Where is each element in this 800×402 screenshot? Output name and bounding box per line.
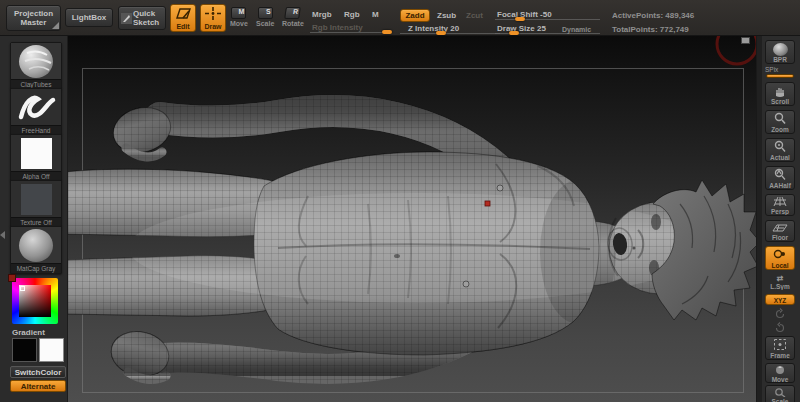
active-points-readout: ActivePoints: 489,346 <box>612 11 694 20</box>
quick-sketch-button[interactable]: Quick Sketch <box>118 6 166 30</box>
zcut-button[interactable]: Zcut <box>466 11 483 20</box>
frame-button[interactable]: Frame <box>765 336 795 360</box>
zoom-button[interactable]: Zoom <box>765 110 795 134</box>
color-picker-corner-chip <box>8 274 16 282</box>
focal-shift-handle[interactable] <box>515 17 525 21</box>
move-button[interactable]: M Move <box>230 7 248 27</box>
document-canvas[interactable] <box>68 36 756 402</box>
spin-cw-icon[interactable] <box>765 308 795 322</box>
material-thumbnail-icon <box>11 227 61 264</box>
stroke-selector[interactable]: FreeHand <box>10 88 62 136</box>
focal-shift-track[interactable] <box>495 19 600 20</box>
lsym-arrows-icon: ⇄ <box>765 275 795 283</box>
m-button[interactable]: M <box>372 10 379 19</box>
bpr-button[interactable]: BPR <box>765 40 795 64</box>
secondary-color-swatch[interactable] <box>39 338 64 362</box>
rotate-icon: R <box>285 7 302 19</box>
shelf-scale-icon <box>773 387 787 397</box>
shelf-scale-button[interactable]: Scale <box>765 385 795 402</box>
draw-crosshair-icon <box>204 6 222 21</box>
material-selector[interactable]: MatCap Gray <box>10 226 62 274</box>
draw-button[interactable]: Draw <box>200 4 226 32</box>
scale-icon: S <box>258 7 273 19</box>
spix-label: SPix <box>765 66 795 73</box>
zsub-button[interactable]: Zsub <box>437 11 456 20</box>
rgb-intensity-slider[interactable]: Rgb Intensity <box>312 23 363 32</box>
local-pivot-icon <box>773 248 787 261</box>
z-intensity-handle[interactable] <box>436 31 446 35</box>
local-button[interactable]: Local <box>765 246 795 270</box>
rotate-button[interactable]: R Rotate <box>282 7 304 27</box>
brush-selector[interactable]: ClayTubes <box>10 42 62 90</box>
projection-master-button[interactable]: Projection Master <box>6 5 61 31</box>
right-shelf: BPR SPix Scroll Zoom Actual <box>756 36 800 402</box>
aahalf-button[interactable]: AAHalf <box>765 166 795 190</box>
shelf-scrollbar[interactable] <box>757 36 762 402</box>
scroll-hand-icon <box>773 84 787 97</box>
scroll-button[interactable]: Scroll <box>765 82 795 106</box>
mrgb-button[interactable]: Mrgb <box>312 10 332 19</box>
left-tray: ClayTubes FreeHand Alpha Off Texture Off <box>0 36 68 402</box>
tray-collapse-arrow-icon[interactable] <box>0 231 5 239</box>
spin-ccw-icon[interactable] <box>765 322 795 336</box>
zoom-magnifier-icon <box>773 112 787 125</box>
shelf-move-button[interactable]: Move <box>765 363 795 383</box>
frame-icon <box>773 338 787 351</box>
color-picker-cursor <box>20 286 25 291</box>
edit-icon <box>174 6 192 21</box>
brush-thumbnail-icon <box>11 43 61 80</box>
quick-sketch-icon <box>121 13 132 24</box>
z-intensity-slider[interactable]: Z Intensity 20 <box>408 24 459 33</box>
draw-cursor <box>485 201 490 206</box>
main-color-swatch[interactable] <box>12 338 37 362</box>
stroke-thumbnail-icon <box>11 89 61 126</box>
lightbox-button[interactable]: LightBox <box>65 8 113 27</box>
rgb-button[interactable]: Rgb <box>344 10 360 19</box>
alternate-button[interactable]: Alternate <box>10 380 66 392</box>
alpha-thumbnail-icon <box>11 135 61 172</box>
draw-size-slider[interactable]: Draw Size 25 <box>497 24 546 33</box>
spix-slider[interactable] <box>766 74 794 78</box>
rgb-intensity-handle[interactable] <box>382 30 392 34</box>
sculpt-model[interactable] <box>68 36 756 402</box>
shelf-move-icon <box>773 365 787 375</box>
aahalf-magnifier-icon <box>773 168 787 181</box>
xyz-button[interactable]: XYZ <box>765 294 795 305</box>
model-nipple-detail <box>497 185 503 191</box>
persp-grid-icon <box>772 196 788 207</box>
draw-size-handle[interactable] <box>509 31 519 35</box>
actual-magnifier-icon <box>773 140 787 153</box>
dynamic-toggle[interactable]: Dynamic <box>562 26 591 33</box>
total-points-readout: TotalPoints: 772,749 <box>612 25 689 34</box>
texture-selector[interactable]: Texture Off <box>10 180 62 228</box>
floor-grid-icon <box>772 222 788 233</box>
model-navel-detail <box>463 281 469 287</box>
persp-button[interactable]: Persp <box>765 194 795 216</box>
gradient-label[interactable]: Gradient <box>12 328 45 337</box>
top-toolbar: Projection Master LightBox Quick Sketch … <box>0 0 800 36</box>
edit-button[interactable]: Edit <box>170 4 196 32</box>
bpr-icon <box>773 43 788 56</box>
rgb-intensity-track[interactable] <box>310 32 390 33</box>
color-picker[interactable] <box>12 278 58 324</box>
zadd-button[interactable]: Zadd <box>400 9 430 22</box>
scale-button[interactable]: S Scale <box>256 7 274 27</box>
lsym-button[interactable]: ⇄ L.Sym <box>765 274 795 291</box>
switchcolor-button[interactable]: SwitchColor <box>10 366 66 378</box>
fold-corner-icon <box>52 22 59 29</box>
move-icon: M <box>231 7 246 19</box>
z-intensity-track[interactable] <box>400 33 500 34</box>
alpha-selector[interactable]: Alpha Off <box>10 134 62 182</box>
zbrush-app: Projection Master LightBox Quick Sketch … <box>0 0 800 402</box>
actual-button[interactable]: Actual <box>765 138 795 162</box>
floor-button[interactable]: Floor <box>765 220 795 242</box>
texture-thumbnail-icon <box>11 181 61 218</box>
